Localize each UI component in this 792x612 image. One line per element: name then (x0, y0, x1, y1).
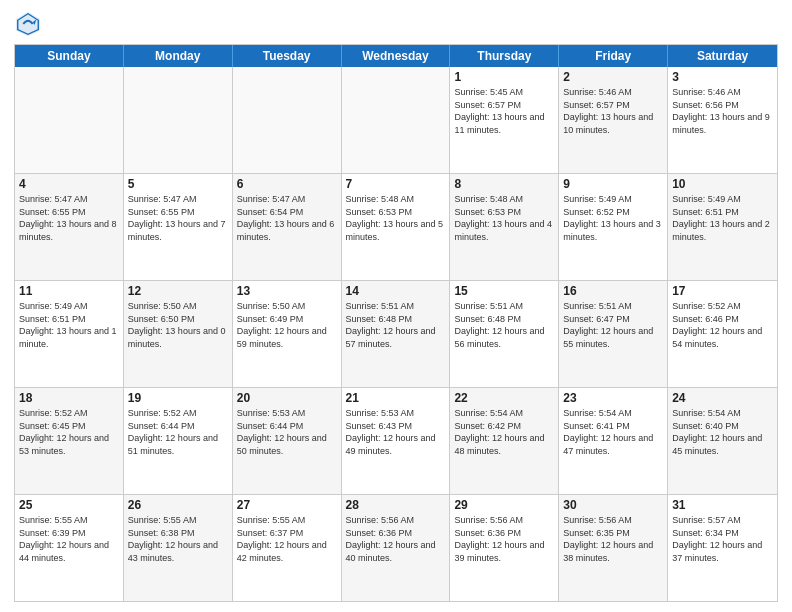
calendar-cell-22: 22Sunrise: 5:54 AM Sunset: 6:42 PM Dayli… (450, 388, 559, 494)
header (14, 10, 778, 38)
calendar-cell-empty-1 (124, 67, 233, 173)
calendar-row-3: 18Sunrise: 5:52 AM Sunset: 6:45 PM Dayli… (15, 388, 777, 495)
calendar-cell-9: 9Sunrise: 5:49 AM Sunset: 6:52 PM Daylig… (559, 174, 668, 280)
calendar-row-0: 1Sunrise: 5:45 AM Sunset: 6:57 PM Daylig… (15, 67, 777, 174)
calendar-cell-14: 14Sunrise: 5:51 AM Sunset: 6:48 PM Dayli… (342, 281, 451, 387)
calendar-cell-8: 8Sunrise: 5:48 AM Sunset: 6:53 PM Daylig… (450, 174, 559, 280)
cell-info: Sunrise: 5:46 AM Sunset: 6:57 PM Dayligh… (563, 86, 663, 136)
calendar-cell-23: 23Sunrise: 5:54 AM Sunset: 6:41 PM Dayli… (559, 388, 668, 494)
calendar-cell-17: 17Sunrise: 5:52 AM Sunset: 6:46 PM Dayli… (668, 281, 777, 387)
calendar-cell-7: 7Sunrise: 5:48 AM Sunset: 6:53 PM Daylig… (342, 174, 451, 280)
weekday-header-saturday: Saturday (668, 45, 777, 67)
day-number: 19 (128, 391, 228, 405)
cell-info: Sunrise: 5:54 AM Sunset: 6:40 PM Dayligh… (672, 407, 773, 457)
day-number: 15 (454, 284, 554, 298)
day-number: 22 (454, 391, 554, 405)
calendar: SundayMondayTuesdayWednesdayThursdayFrid… (14, 44, 778, 602)
calendar-cell-28: 28Sunrise: 5:56 AM Sunset: 6:36 PM Dayli… (342, 495, 451, 601)
calendar-cell-empty-0 (15, 67, 124, 173)
calendar-cell-19: 19Sunrise: 5:52 AM Sunset: 6:44 PM Dayli… (124, 388, 233, 494)
day-number: 17 (672, 284, 773, 298)
day-number: 27 (237, 498, 337, 512)
cell-info: Sunrise: 5:52 AM Sunset: 6:44 PM Dayligh… (128, 407, 228, 457)
weekday-header-wednesday: Wednesday (342, 45, 451, 67)
day-number: 25 (19, 498, 119, 512)
day-number: 26 (128, 498, 228, 512)
day-number: 14 (346, 284, 446, 298)
calendar-cell-empty-2 (233, 67, 342, 173)
calendar-row-1: 4Sunrise: 5:47 AM Sunset: 6:55 PM Daylig… (15, 174, 777, 281)
cell-info: Sunrise: 5:54 AM Sunset: 6:41 PM Dayligh… (563, 407, 663, 457)
day-number: 6 (237, 177, 337, 191)
cell-info: Sunrise: 5:52 AM Sunset: 6:46 PM Dayligh… (672, 300, 773, 350)
cell-info: Sunrise: 5:56 AM Sunset: 6:36 PM Dayligh… (346, 514, 446, 564)
day-number: 29 (454, 498, 554, 512)
day-number: 23 (563, 391, 663, 405)
day-number: 7 (346, 177, 446, 191)
day-number: 31 (672, 498, 773, 512)
day-number: 20 (237, 391, 337, 405)
calendar-cell-15: 15Sunrise: 5:51 AM Sunset: 6:48 PM Dayli… (450, 281, 559, 387)
cell-info: Sunrise: 5:49 AM Sunset: 6:51 PM Dayligh… (672, 193, 773, 243)
day-number: 21 (346, 391, 446, 405)
calendar-cell-empty-3 (342, 67, 451, 173)
cell-info: Sunrise: 5:53 AM Sunset: 6:43 PM Dayligh… (346, 407, 446, 457)
weekday-header-thursday: Thursday (450, 45, 559, 67)
calendar-header-row: SundayMondayTuesdayWednesdayThursdayFrid… (15, 45, 777, 67)
day-number: 18 (19, 391, 119, 405)
cell-info: Sunrise: 5:53 AM Sunset: 6:44 PM Dayligh… (237, 407, 337, 457)
calendar-cell-12: 12Sunrise: 5:50 AM Sunset: 6:50 PM Dayli… (124, 281, 233, 387)
cell-info: Sunrise: 5:49 AM Sunset: 6:52 PM Dayligh… (563, 193, 663, 243)
day-number: 12 (128, 284, 228, 298)
day-number: 16 (563, 284, 663, 298)
cell-info: Sunrise: 5:45 AM Sunset: 6:57 PM Dayligh… (454, 86, 554, 136)
calendar-row-2: 11Sunrise: 5:49 AM Sunset: 6:51 PM Dayli… (15, 281, 777, 388)
cell-info: Sunrise: 5:55 AM Sunset: 6:39 PM Dayligh… (19, 514, 119, 564)
cell-info: Sunrise: 5:56 AM Sunset: 6:35 PM Dayligh… (563, 514, 663, 564)
cell-info: Sunrise: 5:56 AM Sunset: 6:36 PM Dayligh… (454, 514, 554, 564)
cell-info: Sunrise: 5:46 AM Sunset: 6:56 PM Dayligh… (672, 86, 773, 136)
day-number: 5 (128, 177, 228, 191)
cell-info: Sunrise: 5:50 AM Sunset: 6:49 PM Dayligh… (237, 300, 337, 350)
cell-info: Sunrise: 5:47 AM Sunset: 6:55 PM Dayligh… (19, 193, 119, 243)
day-number: 1 (454, 70, 554, 84)
calendar-cell-10: 10Sunrise: 5:49 AM Sunset: 6:51 PM Dayli… (668, 174, 777, 280)
calendar-cell-18: 18Sunrise: 5:52 AM Sunset: 6:45 PM Dayli… (15, 388, 124, 494)
day-number: 4 (19, 177, 119, 191)
calendar-cell-4: 4Sunrise: 5:47 AM Sunset: 6:55 PM Daylig… (15, 174, 124, 280)
calendar-body: 1Sunrise: 5:45 AM Sunset: 6:57 PM Daylig… (15, 67, 777, 601)
calendar-row-4: 25Sunrise: 5:55 AM Sunset: 6:39 PM Dayli… (15, 495, 777, 601)
calendar-cell-5: 5Sunrise: 5:47 AM Sunset: 6:55 PM Daylig… (124, 174, 233, 280)
calendar-cell-30: 30Sunrise: 5:56 AM Sunset: 6:35 PM Dayli… (559, 495, 668, 601)
calendar-cell-1: 1Sunrise: 5:45 AM Sunset: 6:57 PM Daylig… (450, 67, 559, 173)
page: SundayMondayTuesdayWednesdayThursdayFrid… (0, 0, 792, 612)
cell-info: Sunrise: 5:51 AM Sunset: 6:48 PM Dayligh… (454, 300, 554, 350)
day-number: 3 (672, 70, 773, 84)
calendar-cell-16: 16Sunrise: 5:51 AM Sunset: 6:47 PM Dayli… (559, 281, 668, 387)
cell-info: Sunrise: 5:54 AM Sunset: 6:42 PM Dayligh… (454, 407, 554, 457)
cell-info: Sunrise: 5:57 AM Sunset: 6:34 PM Dayligh… (672, 514, 773, 564)
cell-info: Sunrise: 5:50 AM Sunset: 6:50 PM Dayligh… (128, 300, 228, 350)
day-number: 10 (672, 177, 773, 191)
calendar-cell-11: 11Sunrise: 5:49 AM Sunset: 6:51 PM Dayli… (15, 281, 124, 387)
weekday-header-tuesday: Tuesday (233, 45, 342, 67)
weekday-header-monday: Monday (124, 45, 233, 67)
day-number: 24 (672, 391, 773, 405)
calendar-cell-20: 20Sunrise: 5:53 AM Sunset: 6:44 PM Dayli… (233, 388, 342, 494)
logo-icon (14, 10, 42, 38)
cell-info: Sunrise: 5:47 AM Sunset: 6:55 PM Dayligh… (128, 193, 228, 243)
calendar-cell-29: 29Sunrise: 5:56 AM Sunset: 6:36 PM Dayli… (450, 495, 559, 601)
day-number: 9 (563, 177, 663, 191)
day-number: 28 (346, 498, 446, 512)
calendar-cell-6: 6Sunrise: 5:47 AM Sunset: 6:54 PM Daylig… (233, 174, 342, 280)
calendar-cell-31: 31Sunrise: 5:57 AM Sunset: 6:34 PM Dayli… (668, 495, 777, 601)
weekday-header-friday: Friday (559, 45, 668, 67)
weekday-header-sunday: Sunday (15, 45, 124, 67)
svg-marker-0 (16, 12, 40, 36)
day-number: 8 (454, 177, 554, 191)
cell-info: Sunrise: 5:47 AM Sunset: 6:54 PM Dayligh… (237, 193, 337, 243)
calendar-cell-27: 27Sunrise: 5:55 AM Sunset: 6:37 PM Dayli… (233, 495, 342, 601)
calendar-cell-26: 26Sunrise: 5:55 AM Sunset: 6:38 PM Dayli… (124, 495, 233, 601)
calendar-cell-2: 2Sunrise: 5:46 AM Sunset: 6:57 PM Daylig… (559, 67, 668, 173)
cell-info: Sunrise: 5:48 AM Sunset: 6:53 PM Dayligh… (454, 193, 554, 243)
